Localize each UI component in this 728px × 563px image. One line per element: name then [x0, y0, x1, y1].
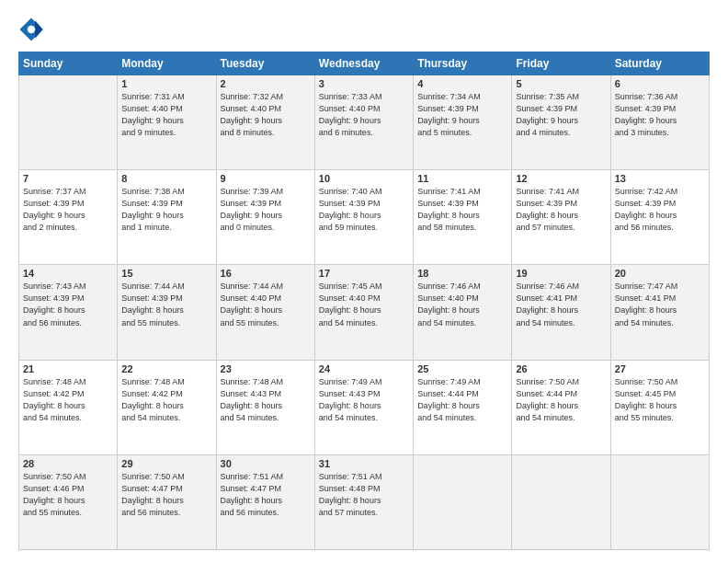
day-info: Sunrise: 7:49 AM Sunset: 4:43 PM Dayligh…: [319, 376, 409, 424]
day-info: Sunrise: 7:45 AM Sunset: 4:40 PM Dayligh…: [319, 281, 409, 328]
day-info: Sunrise: 7:36 AM Sunset: 4:39 PM Dayligh…: [615, 91, 705, 139]
calendar-cell: 17Sunrise: 7:45 AM Sunset: 4:40 PM Dayli…: [314, 265, 413, 360]
day-info: Sunrise: 7:50 AM Sunset: 4:45 PM Dayligh…: [615, 376, 705, 424]
day-info: Sunrise: 7:41 AM Sunset: 4:39 PM Dayligh…: [417, 186, 507, 234]
week-row-4: 21Sunrise: 7:48 AM Sunset: 4:42 PM Dayli…: [19, 360, 710, 454]
day-info: Sunrise: 7:40 AM Sunset: 4:39 PM Dayligh…: [319, 186, 409, 234]
day-number: 2: [221, 78, 311, 89]
calendar-cell: 2Sunrise: 7:32 AM Sunset: 4:40 PM Daylig…: [216, 75, 314, 170]
day-info: Sunrise: 7:42 AM Sunset: 4:39 PM Dayligh…: [615, 186, 705, 234]
calendar-cell: 5Sunrise: 7:35 AM Sunset: 4:39 PM Daylig…: [512, 75, 610, 170]
calendar-cell: 10Sunrise: 7:40 AM Sunset: 4:39 PM Dayli…: [314, 170, 413, 265]
calendar-cell: 21Sunrise: 7:48 AM Sunset: 4:42 PM Dayli…: [19, 360, 118, 454]
week-row-3: 14Sunrise: 7:43 AM Sunset: 4:39 PM Dayli…: [19, 265, 710, 360]
calendar-cell: 18Sunrise: 7:46 AM Sunset: 4:40 PM Dayli…: [414, 265, 512, 360]
calendar-cell: 7Sunrise: 7:37 AM Sunset: 4:39 PM Daylig…: [19, 170, 118, 265]
weekday-header-row: SundayMondayTuesdayWednesdayThursdayFrid…: [19, 52, 710, 75]
day-info: Sunrise: 7:32 AM Sunset: 4:40 PM Dayligh…: [221, 91, 311, 139]
day-info: Sunrise: 7:31 AM Sunset: 4:40 PM Dayligh…: [121, 91, 211, 139]
day-number: 28: [23, 458, 113, 469]
svg-marker-1: [35, 20, 42, 39]
day-info: Sunrise: 7:41 AM Sunset: 4:39 PM Dayligh…: [516, 186, 606, 234]
week-row-1: 1Sunrise: 7:31 AM Sunset: 4:40 PM Daylig…: [19, 75, 710, 170]
day-info: Sunrise: 7:48 AM Sunset: 4:42 PM Dayligh…: [23, 376, 113, 424]
calendar-cell: 28Sunrise: 7:50 AM Sunset: 4:46 PM Dayli…: [19, 454, 118, 549]
day-number: 16: [221, 268, 311, 279]
day-info: Sunrise: 7:44 AM Sunset: 4:39 PM Dayligh…: [121, 281, 211, 328]
day-info: Sunrise: 7:39 AM Sunset: 4:39 PM Dayligh…: [221, 186, 311, 234]
calendar-cell: [512, 454, 610, 549]
calendar-cell: 27Sunrise: 7:50 AM Sunset: 4:45 PM Dayli…: [610, 360, 709, 454]
calendar-cell: 30Sunrise: 7:51 AM Sunset: 4:47 PM Dayli…: [216, 454, 314, 549]
day-number: 18: [417, 268, 507, 279]
week-row-5: 28Sunrise: 7:50 AM Sunset: 4:46 PM Dayli…: [19, 454, 710, 549]
calendar-cell: [19, 75, 118, 170]
day-info: Sunrise: 7:49 AM Sunset: 4:44 PM Dayligh…: [417, 376, 507, 424]
day-number: 1: [121, 78, 211, 89]
day-info: Sunrise: 7:35 AM Sunset: 4:39 PM Dayligh…: [516, 91, 606, 139]
day-number: 7: [23, 173, 113, 184]
day-number: 25: [417, 363, 507, 374]
weekday-header-thursday: Thursday: [414, 52, 512, 75]
day-number: 11: [417, 173, 507, 184]
day-number: 17: [319, 268, 409, 279]
day-number: 14: [23, 268, 113, 279]
day-number: 12: [516, 173, 606, 184]
calendar-cell: 9Sunrise: 7:39 AM Sunset: 4:39 PM Daylig…: [216, 170, 314, 265]
calendar-cell: [610, 454, 709, 549]
calendar-cell: 20Sunrise: 7:47 AM Sunset: 4:41 PM Dayli…: [610, 265, 709, 360]
day-info: Sunrise: 7:50 AM Sunset: 4:46 PM Dayligh…: [23, 471, 113, 519]
calendar-cell: 1Sunrise: 7:31 AM Sunset: 4:40 PM Daylig…: [118, 75, 216, 170]
day-number: 8: [121, 173, 211, 184]
day-info: Sunrise: 7:51 AM Sunset: 4:48 PM Dayligh…: [319, 471, 409, 519]
calendar-cell: 11Sunrise: 7:41 AM Sunset: 4:39 PM Dayli…: [414, 170, 512, 265]
calendar-cell: 29Sunrise: 7:50 AM Sunset: 4:47 PM Dayli…: [118, 454, 216, 549]
day-number: 20: [615, 268, 705, 279]
calendar-cell: 19Sunrise: 7:46 AM Sunset: 4:41 PM Dayli…: [512, 265, 610, 360]
day-number: 31: [319, 458, 409, 469]
day-number: 9: [221, 173, 311, 184]
weekday-header-sunday: Sunday: [19, 52, 118, 75]
day-number: 3: [319, 78, 409, 89]
day-number: 26: [516, 363, 606, 374]
calendar-cell: 25Sunrise: 7:49 AM Sunset: 4:44 PM Dayli…: [414, 360, 512, 454]
calendar-cell: 8Sunrise: 7:38 AM Sunset: 4:39 PM Daylig…: [118, 170, 216, 265]
day-number: 22: [121, 363, 211, 374]
day-info: Sunrise: 7:50 AM Sunset: 4:47 PM Dayligh…: [121, 471, 211, 519]
day-info: Sunrise: 7:38 AM Sunset: 4:39 PM Dayligh…: [121, 186, 211, 234]
day-number: 10: [319, 173, 409, 184]
calendar-cell: 16Sunrise: 7:44 AM Sunset: 4:40 PM Dayli…: [216, 265, 314, 360]
logo-icon: [18, 17, 44, 42]
calendar-cell: 31Sunrise: 7:51 AM Sunset: 4:48 PM Dayli…: [314, 454, 413, 549]
calendar-cell: 6Sunrise: 7:36 AM Sunset: 4:39 PM Daylig…: [610, 75, 709, 170]
calendar-cell: 4Sunrise: 7:34 AM Sunset: 4:39 PM Daylig…: [414, 75, 512, 170]
day-number: 5: [516, 78, 606, 89]
day-info: Sunrise: 7:50 AM Sunset: 4:44 PM Dayligh…: [516, 376, 606, 424]
calendar-cell: 13Sunrise: 7:42 AM Sunset: 4:39 PM Dayli…: [610, 170, 709, 265]
day-info: Sunrise: 7:33 AM Sunset: 4:40 PM Dayligh…: [319, 91, 409, 139]
day-number: 15: [121, 268, 211, 279]
calendar-cell: 24Sunrise: 7:49 AM Sunset: 4:43 PM Dayli…: [314, 360, 413, 454]
day-number: 21: [23, 363, 113, 374]
header: [18, 17, 710, 42]
day-info: Sunrise: 7:37 AM Sunset: 4:39 PM Dayligh…: [23, 186, 113, 234]
calendar-cell: 3Sunrise: 7:33 AM Sunset: 4:40 PM Daylig…: [314, 75, 413, 170]
day-number: 19: [516, 268, 606, 279]
week-row-2: 7Sunrise: 7:37 AM Sunset: 4:39 PM Daylig…: [19, 170, 710, 265]
calendar-cell: 26Sunrise: 7:50 AM Sunset: 4:44 PM Dayli…: [512, 360, 610, 454]
weekday-header-friday: Friday: [512, 52, 610, 75]
calendar-cell: 12Sunrise: 7:41 AM Sunset: 4:39 PM Dayli…: [512, 170, 610, 265]
svg-point-2: [28, 26, 35, 33]
weekday-header-tuesday: Tuesday: [216, 52, 314, 75]
day-number: 27: [615, 363, 705, 374]
calendar-cell: 15Sunrise: 7:44 AM Sunset: 4:39 PM Dayli…: [118, 265, 216, 360]
calendar-table: SundayMondayTuesdayWednesdayThursdayFrid…: [18, 52, 710, 550]
day-number: 29: [121, 458, 211, 469]
page: SundayMondayTuesdayWednesdayThursdayFrid…: [0, 0, 728, 563]
weekday-header-wednesday: Wednesday: [314, 52, 413, 75]
weekday-header-monday: Monday: [118, 52, 216, 75]
calendar-cell: 23Sunrise: 7:48 AM Sunset: 4:43 PM Dayli…: [216, 360, 314, 454]
day-info: Sunrise: 7:48 AM Sunset: 4:43 PM Dayligh…: [221, 376, 311, 424]
day-info: Sunrise: 7:46 AM Sunset: 4:40 PM Dayligh…: [417, 281, 507, 328]
day-number: 4: [417, 78, 507, 89]
